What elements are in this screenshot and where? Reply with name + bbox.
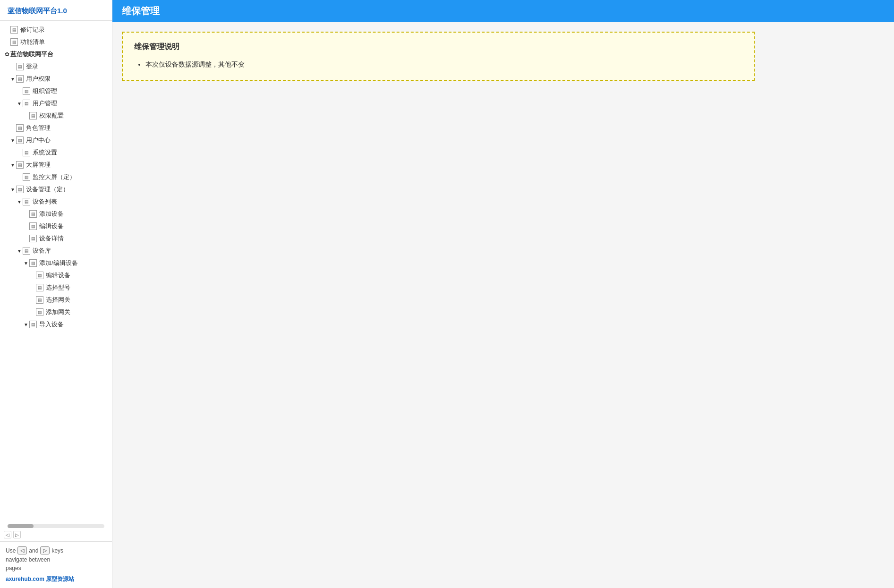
label-add-device: 添加设备 [39, 210, 64, 218]
arrow-select-model [29, 285, 36, 290]
arrow-revision [4, 27, 10, 33]
sidebar-bottom-hint: Use ◁ and ▷ keys navigate between pages … [0, 541, 112, 588]
arrow-login [9, 64, 16, 69]
sidebar-item-add-edit[interactable]: ▼ ▤ 添加/编辑设备 [0, 257, 112, 269]
arrow-import-device: ▼ [23, 322, 29, 327]
label-device-mgmt: 设备管理（定） [26, 185, 69, 194]
sidebar-item-import-device[interactable]: ▼ ▤ 导入设备 [0, 318, 112, 331]
sidebar-item-add-gateway[interactable]: ▤ 添加网关 [0, 306, 112, 318]
page-icon-feature: ▤ [10, 38, 18, 46]
arrow-feature [4, 40, 10, 45]
keys-text: keys [51, 547, 63, 554]
label-revision: 修订记录 [20, 26, 45, 34]
sidebar-item-edit-device[interactable]: ▤ 编辑设备 [0, 220, 112, 232]
sidebar-item-org-mgmt[interactable]: ▤ 组织管理 [0, 85, 112, 97]
sidebar-item-user-perm[interactable]: ▼ ▤ 用户权限 [0, 73, 112, 85]
pages-text: pages [6, 565, 21, 571]
label-device-list: 设备列表 [33, 197, 57, 206]
page-icon-add-device: ▤ [29, 210, 37, 218]
sidebar-item-login[interactable]: ▤ 登录 [0, 60, 112, 73]
page-icon-add-gateway: ▤ [36, 308, 43, 316]
sidebar-item-sys-settings[interactable]: ▤ 系统设置 [0, 146, 112, 159]
label-import-device: 导入设备 [39, 320, 64, 329]
label-device-detail: 设备详情 [39, 234, 64, 243]
pages-text-wrap: pages [6, 565, 106, 571]
label-select-gateway: 选择网关 [46, 296, 70, 304]
page-icon-login: ▤ [16, 63, 24, 70]
page-icon-bigscreen: ▤ [16, 161, 24, 169]
use-text: Use [6, 547, 16, 554]
sidebar-keys-hint: Use ◁ and ▷ keys [6, 546, 106, 554]
right-key-box: ▷ [40, 546, 50, 554]
label-add-gateway: 添加网关 [46, 308, 70, 316]
label-user-center: 用户中心 [26, 136, 51, 145]
arrow-sys [16, 150, 23, 155]
page-icon-sys: ▤ [23, 149, 30, 156]
sidebar-item-user-mgmt[interactable]: ▼ ▤ 用户管理 [0, 97, 112, 110]
label-platform: 蓝信物联网平台 [10, 50, 53, 59]
sidebar-item-feature-list[interactable]: ▤ 功能清单 [0, 36, 112, 48]
label-role: 角色管理 [26, 124, 51, 132]
arrow-role [9, 126, 16, 131]
sidebar-nav-arrows: ◁ ▷ [4, 530, 108, 541]
label-add-edit: 添加/编辑设备 [39, 259, 78, 267]
and-text: and [29, 547, 38, 554]
arrow-bigscreen: ▼ [9, 162, 16, 168]
scroll-left-arrow[interactable]: ◁ [4, 531, 11, 538]
sidebar-item-select-model[interactable]: ▤ 选择型号 [0, 281, 112, 294]
page-icon-add-edit: ▤ [29, 259, 37, 267]
scroll-right-arrow[interactable]: ▷ [13, 531, 21, 538]
arrow-device-list: ▼ [16, 199, 23, 205]
sidebar-item-device-list[interactable]: ▼ ▤ 设备列表 [0, 196, 112, 208]
label-org: 组织管理 [33, 87, 57, 95]
sidebar-item-perm-config[interactable]: ▤ 权限配置 [0, 110, 112, 122]
main-content: 维保管理 维保管理说明 本次仅设备数据源调整，其他不变 [112, 0, 894, 588]
axurehub-link[interactable]: axurehub.com 原型资源站 [6, 575, 106, 583]
sidebar-item-device-detail[interactable]: ▤ 设备详情 [0, 232, 112, 245]
navigate-text: navigate between [6, 556, 106, 563]
sidebar-item-add-device[interactable]: ▤ 添加设备 [0, 208, 112, 220]
sidebar-item-user-center[interactable]: ▼ ▤ 用户中心 [0, 134, 112, 146]
sidebar-item-device-mgmt[interactable]: ▼ ▤ 设备管理（定） [0, 183, 112, 196]
sidebar-item-bigscreen[interactable]: ▼ ▤ 大屏管理 [0, 159, 112, 171]
sidebar-hscrollbar[interactable] [8, 524, 104, 528]
label-edit-device2: 编辑设备 [46, 271, 70, 280]
page-icon-select-model: ▤ [36, 284, 43, 291]
arrow-add-gateway [29, 310, 36, 315]
arrow-edit-device [23, 224, 29, 229]
sidebar-item-role-mgmt[interactable]: ▤ 角色管理 [0, 122, 112, 134]
page-icon-device-detail: ▤ [29, 235, 37, 242]
sidebar-hscroll-area: ◁ ▷ [0, 522, 112, 541]
page-icon-device-mgmt: ▤ [16, 186, 24, 193]
arrow-perm-config [23, 113, 29, 119]
arrow-monitor [16, 175, 23, 180]
arrow-device-detail [23, 236, 29, 241]
sidebar-item-revision[interactable]: ▤ 修订记录 [0, 24, 112, 36]
main-header: 维保管理 [112, 0, 894, 22]
info-box-item-0: 本次仅设备数据源调整，其他不变 [145, 59, 742, 70]
sidebar-item-device-lib[interactable]: ▼ ▤ 设备库 [0, 245, 112, 257]
arrow-platform: ✿ [4, 51, 10, 58]
label-edit-device: 编辑设备 [39, 222, 64, 230]
page-icon-edit-device2: ▤ [36, 272, 43, 279]
label-feature: 功能清单 [20, 38, 45, 46]
arrow-add-edit: ▼ [23, 261, 29, 266]
sidebar-item-monitor[interactable]: ▤ 监控大屏（定） [0, 171, 112, 183]
page-icon-role: ▤ [16, 124, 24, 132]
sidebar-item-select-gateway[interactable]: ▤ 选择网关 [0, 294, 112, 306]
left-key-box: ◁ [17, 546, 27, 554]
page-icon-import-device: ▤ [29, 321, 37, 328]
sidebar-item-platform[interactable]: ✿ 蓝信物联网平台 [0, 48, 112, 60]
info-box-title: 维保管理说明 [134, 42, 742, 52]
sidebar-item-edit-device2[interactable]: ▤ 编辑设备 [0, 269, 112, 281]
sidebar: 蓝信物联网平台1.0 ▤ 修订记录 ▤ 功能清单 ✿ 蓝信物联网平台 ▤ 登录 … [0, 0, 112, 588]
main-body: 维保管理说明 本次仅设备数据源调整，其他不变 [112, 22, 894, 588]
arrow-user-center: ▼ [9, 138, 16, 143]
main-header-title: 维保管理 [122, 5, 160, 17]
sidebar-tree: ▤ 修订记录 ▤ 功能清单 ✿ 蓝信物联网平台 ▤ 登录 ▼ ▤ 用户权限 [0, 21, 112, 522]
page-icon-edit-device: ▤ [29, 222, 37, 230]
arrow-device-lib: ▼ [16, 248, 23, 254]
arrow-select-gateway [29, 298, 36, 303]
arrow-org [16, 89, 23, 94]
info-box-list: 本次仅设备数据源调整，其他不变 [134, 59, 742, 70]
